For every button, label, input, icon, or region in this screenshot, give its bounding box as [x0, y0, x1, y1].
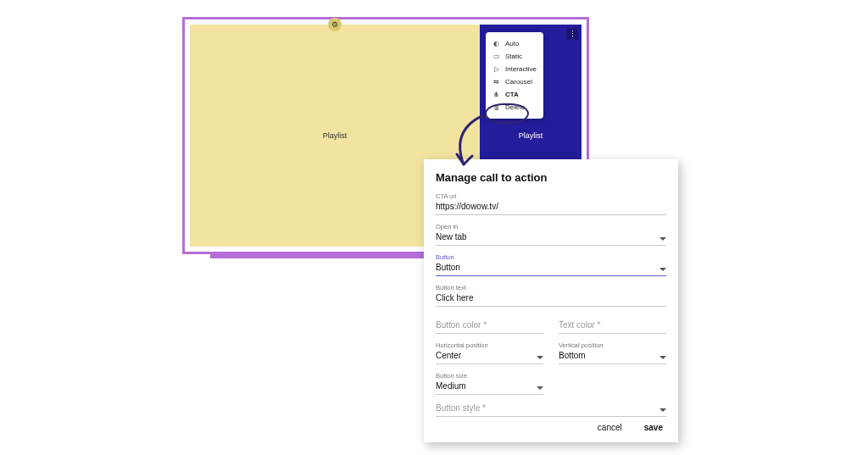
ctx-item-cta[interactable]: ⋔ CTA — [486, 88, 543, 101]
ctx-item-auto[interactable]: ◐ Auto — [486, 37, 543, 50]
field-label: CTA url — [436, 192, 666, 200]
ctx-label: Static — [505, 53, 522, 60]
field-button-size[interactable]: Button size Medium — [436, 372, 543, 395]
button-style-select[interactable]: Button style * — [436, 402, 666, 417]
field-button-text[interactable]: Button text Click here — [436, 284, 666, 307]
dialog-title: Manage call to action — [436, 171, 666, 184]
button-color-input[interactable]: Button color * — [436, 319, 543, 334]
field-label: Vertical position — [559, 341, 666, 349]
context-menu: ◐ Auto ▭ Static ▷ Interactive ⇆ Carousel… — [486, 32, 543, 119]
save-button[interactable]: save — [641, 421, 666, 434]
chevron-down-icon — [659, 408, 666, 412]
tile-menu-button[interactable]: ⋮ — [566, 28, 578, 40]
field-cta-url[interactable]: CTA url https://dowow.tv/ — [436, 192, 666, 215]
field-label: Button text — [436, 284, 666, 291]
ctx-item-interactive[interactable]: ▷ Interactive — [486, 63, 543, 75]
dialog-actions: cancel save — [594, 421, 666, 434]
cta-icon: ⋔ — [492, 91, 500, 98]
field-open-in[interactable]: Open in New tab — [436, 223, 666, 246]
gear-icon: ⚙ — [331, 20, 338, 29]
button-text-input[interactable]: Click here — [436, 292, 666, 307]
ctx-item-delete[interactable]: 🗑 Delete — [486, 101, 543, 114]
field-label: Open in — [436, 223, 666, 230]
carousel-icon: ⇆ — [492, 78, 500, 86]
open-in-select[interactable]: New tab — [436, 231, 666, 246]
ctx-item-carousel[interactable]: ⇆ Carousel — [486, 75, 543, 88]
tile-left-label: Playlist — [323, 131, 348, 140]
kebab-icon: ⋮ — [569, 30, 576, 38]
v-position-select[interactable]: Bottom — [559, 350, 666, 364]
auto-icon: ◐ — [492, 40, 500, 47]
chevron-down-icon — [537, 386, 543, 390]
h-position-select[interactable]: Center — [436, 350, 543, 364]
chevron-down-icon — [659, 237, 666, 241]
static-icon: ▭ — [492, 53, 500, 60]
ctx-label: CTA — [505, 91, 519, 98]
field-label: Horizontal position — [436, 341, 543, 349]
chevron-down-icon — [659, 356, 666, 359]
field-button[interactable]: Button Button — [436, 253, 666, 276]
ctx-label: Delete — [505, 103, 525, 111]
chevron-down-icon — [537, 356, 543, 359]
field-button-color[interactable]: Button color * — [436, 319, 543, 334]
field-h-position[interactable]: Horizontal position Center — [436, 341, 543, 364]
ctx-label: Auto — [505, 40, 519, 47]
tile-right-label: Playlist — [519, 131, 543, 140]
button-size-select[interactable]: Medium — [436, 380, 543, 395]
button-type-select[interactable]: Button — [436, 262, 666, 276]
interactive-icon: ▷ — [492, 65, 500, 73]
text-color-input[interactable]: Text color * — [559, 319, 666, 334]
delete-icon: 🗑 — [492, 103, 500, 111]
cancel-button[interactable]: cancel — [594, 421, 626, 434]
tile-gear-button[interactable]: ⚙ — [328, 18, 342, 31]
chevron-down-icon — [659, 268, 666, 271]
field-text-color[interactable]: Text color * — [559, 319, 666, 334]
cta-dialog: Manage call to action CTA url https://do… — [424, 159, 678, 442]
ctx-label: Carousel — [505, 78, 532, 86]
cta-url-input[interactable]: https://dowow.tv/ — [436, 201, 666, 215]
field-label: Button — [436, 253, 666, 261]
field-button-style[interactable]: Button style * — [436, 402, 666, 417]
ctx-item-static[interactable]: ▭ Static — [486, 50, 543, 63]
field-v-position[interactable]: Vertical position Bottom — [559, 341, 666, 364]
field-label: Button size — [436, 372, 543, 380]
ctx-label: Interactive — [505, 65, 537, 73]
